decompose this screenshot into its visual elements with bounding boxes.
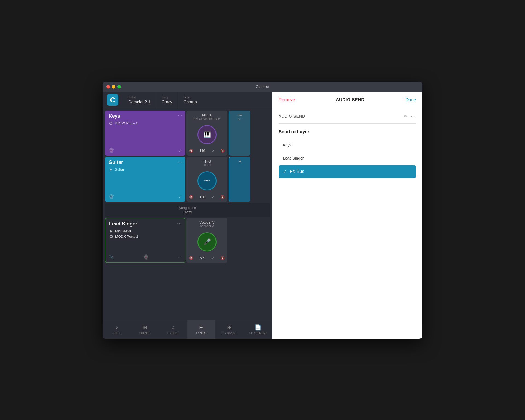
guitar-plugin-card[interactable]: TH-U TH-U 〜 🔇 100 ↙ 🔇	[186, 157, 228, 202]
audio-send-panel: Remove AUDIO SEND Done AUDIO SEND ✏ ··· …	[272, 92, 422, 339]
layer-option-keys[interactable]: Keys	[279, 139, 416, 151]
sw-plugin-partial: SW S...	[229, 111, 250, 156]
keys-layer-card[interactable]: Keys ··· MODX Porta 1 👻 ↙	[105, 111, 185, 156]
nav-key-ranges[interactable]: ⊞ KEY RANGES	[215, 320, 244, 339]
guitar-more-button[interactable]: ···	[178, 160, 183, 164]
keys-layer-name: Keys	[109, 113, 182, 119]
arrow-input-icon	[109, 167, 113, 172]
nav-songs-label: SONGS	[112, 332, 121, 334]
guitar-plugin-knob[interactable]: 〜	[197, 171, 217, 190]
mute-icon-lead[interactable]: 🔇	[189, 256, 193, 260]
breadcrumb-setlist: Setlist Camelot 2.1	[123, 92, 156, 108]
more-options-icon[interactable]: ···	[411, 114, 416, 119]
guitar-input-label: Guitar	[115, 167, 124, 172]
maximize-button[interactable]	[117, 85, 121, 88]
layers-area: Keys ··· MODX Porta 1 👻 ↙	[103, 108, 272, 320]
keys-plugin-card[interactable]: MODX FM Clavi>FretlessB 🎹 🔇 116 ↙ 🔇	[186, 111, 228, 156]
plugin-name-lead: Vocoder V Vocoder V	[199, 221, 214, 228]
left-panel: C Setlist Camelot 2.1 Song Crazy Scene C…	[103, 92, 272, 339]
guitar-volume: 100	[200, 195, 205, 199]
a-plugin-partial: A	[229, 157, 250, 202]
nav-timeline[interactable]: ♬ TIMELINE	[159, 320, 187, 339]
scene-label: Scene	[183, 96, 197, 99]
guitar-layer-bottom: 👻 ↙	[109, 194, 182, 199]
keys-more-button[interactable]: ···	[178, 113, 183, 118]
clip-icon-lead: 📎	[109, 255, 114, 259]
panel-header: Remove AUDIO SEND Done	[272, 92, 422, 108]
guitar-layer-name: Guitar	[109, 160, 182, 165]
plugin-name-guitar: TH-U TH-U	[203, 160, 211, 167]
circle-input-icon	[109, 121, 113, 126]
resize-lead[interactable]: ↙	[211, 256, 214, 260]
resize-handle[interactable]: ↙	[179, 148, 182, 152]
resize-guitar[interactable]: ↙	[211, 195, 214, 199]
breadcrumb-song: Song Crazy	[156, 92, 178, 108]
keys-layer-row: Keys ··· MODX Porta 1 👻 ↙	[105, 111, 270, 156]
mute2-icon-keys[interactable]: 🔇	[221, 149, 225, 153]
window-title: Camelot	[256, 85, 269, 89]
mute2-icon-guitar[interactable]: 🔇	[221, 195, 225, 199]
guitar-plugin-footer: 🔇 100 ↙ 🔇	[189, 195, 225, 199]
lead-input-label-1: Mic SM58	[115, 229, 131, 233]
guitar-layer-row: Guitar ··· Guitar 👻 ↙	[105, 157, 270, 202]
nav-layers[interactable]: ⊟ LAYERS	[187, 320, 215, 339]
lead-volume: 5.5	[200, 256, 205, 260]
circle-icon-lead	[110, 235, 113, 238]
remove-button[interactable]: Remove	[279, 97, 295, 102]
main-layout: C Setlist Camelot 2.1 Song Crazy Scene C…	[103, 92, 422, 339]
mute-icon-guitar[interactable]: 🔇	[189, 195, 193, 199]
mute2-icon-lead[interactable]: 🔇	[221, 256, 225, 260]
nav-layers-label: LAYERS	[196, 332, 207, 334]
minimize-button[interactable]	[112, 85, 115, 88]
keys-plugin-knob[interactable]: 🎹	[197, 125, 217, 144]
breadcrumb-scene: Scene Chorus	[178, 92, 202, 108]
song-value: Crazy	[162, 99, 172, 104]
nav-songs[interactable]: ♪ SONGS	[103, 320, 131, 339]
layer-option-lead-singer[interactable]: Lead Singer	[279, 152, 416, 164]
circle-icon	[109, 122, 112, 125]
song-label: Song	[162, 96, 172, 99]
bottom-nav: ♪ SONGS ⊞ SCENES ♬ TIMELINE ⊟ LAYERS ⊞	[103, 320, 272, 339]
layer-option-fx-bus[interactable]: ✓ FX Bus	[279, 165, 416, 178]
guitar-layer-card[interactable]: Guitar ··· Guitar 👻 ↙	[105, 157, 185, 202]
nav-attachment[interactable]: 📄 ATTACHMENT	[244, 320, 272, 339]
resize-keys[interactable]: ↙	[211, 149, 214, 153]
nav-attachment-label: ATTACHMENT	[249, 332, 267, 334]
arrow-icon-lead1	[110, 230, 112, 233]
circle-input-icon-lead	[109, 234, 113, 239]
resize-handle-lead[interactable]: ↙	[178, 255, 181, 259]
setlist-label: Setlist	[128, 96, 150, 99]
keys-volume: 116	[200, 149, 205, 153]
nav-scenes[interactable]: ⊞ SCENES	[131, 320, 159, 339]
app-window: Camelot C Setlist Camelot 2.1 Song Crazy	[103, 82, 422, 339]
lead-input-label-2: MODX Porta 1	[115, 234, 138, 239]
send-to-layer-title: Send to Layer	[279, 129, 416, 135]
lead-singer-more-button[interactable]: ···	[177, 221, 182, 225]
arrow-icon	[110, 168, 112, 171]
done-button[interactable]: Done	[406, 97, 416, 102]
lead-singer-plugin-card[interactable]: Vocoder V Vocoder V 🎤 🔇 5.5 ↙ 🔇	[186, 218, 228, 263]
lead-plugin-knob[interactable]: 🎤	[197, 232, 217, 251]
lead-plugin-footer: 🔇 5.5 ↙ 🔇	[189, 256, 225, 260]
mute-icon-keys[interactable]: 🔇	[189, 149, 193, 153]
close-button[interactable]	[106, 85, 110, 88]
lead-singer-layer-bottom: 📎 👻 ↙	[109, 254, 181, 260]
song-rack: Song Rack Crazy	[105, 203, 270, 217]
lead-input-2: MODX Porta 1	[109, 234, 181, 239]
ghost-icon: 👻	[109, 148, 114, 153]
panel-title: AUDIO SEND	[336, 97, 364, 102]
songs-icon: ♪	[115, 324, 118, 331]
lead-singer-layer-name: Lead Singer	[109, 221, 181, 227]
plugin-name-keys: MODX FM Clavi>FretlessB	[194, 113, 220, 120]
lead-singer-layer-card[interactable]: Lead Singer ··· Mic SM58 MO	[105, 218, 185, 263]
lead-input-1: Mic SM58	[109, 229, 181, 233]
edit-icon[interactable]: ✏	[404, 114, 407, 119]
resize-handle-guitar[interactable]: ↙	[179, 195, 182, 199]
key-ranges-icon: ⊞	[227, 324, 232, 331]
arrow-input-icon-lead	[109, 229, 113, 233]
mic-icon: 🎤	[203, 238, 211, 245]
guitar-input-1: Guitar	[109, 167, 182, 172]
app-logo: C	[107, 94, 118, 106]
check-icon: ✓	[283, 169, 287, 174]
audio-send-section-row: AUDIO SEND ✏ ···	[279, 114, 416, 124]
